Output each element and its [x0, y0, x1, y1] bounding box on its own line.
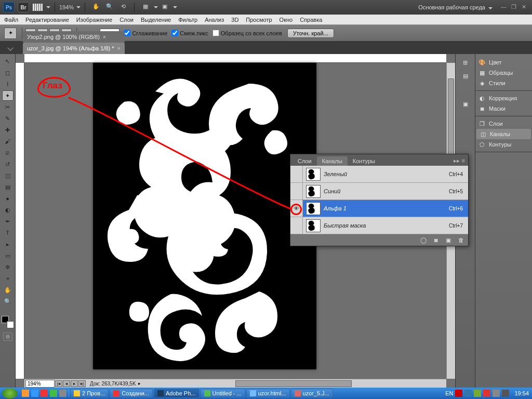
channel-row[interactable]: ЗеленыйCtrl+4: [290, 166, 468, 183]
rotate-icon[interactable]: ⟲: [119, 3, 127, 11]
eyedropper-tool[interactable]: ✎: [2, 113, 14, 124]
document-tab[interactable]: Узор2.png @ 100% (RGB/8)×: [23, 31, 125, 43]
tray-icon[interactable]: [455, 390, 462, 397]
taskbar-item[interactable]: Adobe Ph...: [154, 389, 200, 398]
new-channel-icon[interactable]: ▣: [444, 236, 453, 244]
menu-analysis[interactable]: Анализ: [205, 17, 224, 23]
quick-mask-toggle[interactable]: [3, 332, 12, 341]
channel-row[interactable]: Альфа 1Ctrl+6: [290, 200, 468, 217]
menu-edit[interactable]: Редактирование: [25, 17, 69, 23]
hand-tool[interactable]: ✋: [2, 285, 14, 295]
close-button[interactable]: ✕: [522, 4, 529, 11]
load-selection-icon[interactable]: ◯: [419, 236, 428, 244]
lasso-tool[interactable]: ⌇: [2, 79, 14, 89]
gradient-tool[interactable]: ▤: [2, 182, 14, 192]
zoom-icon[interactable]: 🔍: [105, 3, 114, 11]
taskbar-item[interactable]: Создани...: [110, 389, 153, 398]
menu-filter[interactable]: Фильтр: [178, 17, 197, 23]
taskbar-item[interactable]: uzor_5.J...: [291, 389, 333, 398]
panel-tab-paths[interactable]: Контуры: [348, 156, 380, 166]
zoom-tool[interactable]: 🔍: [2, 296, 14, 307]
contiguous-checkbox[interactable]: [171, 30, 178, 36]
ql-icon[interactable]: [50, 390, 57, 397]
healing-tool[interactable]: ✚: [2, 125, 14, 135]
all-layers-checkbox[interactable]: [212, 30, 219, 36]
horizontal-scrollbar[interactable]: [148, 380, 439, 387]
visibility-toggle[interactable]: [290, 217, 303, 234]
ps-logo[interactable]: Ps: [3, 2, 15, 12]
document-canvas[interactable]: [93, 63, 316, 369]
nav-prev-icon[interactable]: ◂: [63, 380, 70, 387]
visibility-toggle[interactable]: [290, 166, 303, 182]
channel-row[interactable]: Быстрая маскаCtrl+7: [290, 217, 468, 234]
taskbar-item[interactable]: 2 Пров...: [70, 389, 109, 398]
minimize-button[interactable]: —: [501, 4, 508, 11]
delete-channel-icon[interactable]: 🗑: [457, 236, 465, 244]
tray-icon[interactable]: [483, 390, 490, 397]
tray-volume-icon[interactable]: [493, 390, 500, 397]
stamp-tool[interactable]: ⎚: [2, 148, 14, 158]
workspace-switcher[interactable]: Основная рабочая среда: [418, 4, 498, 10]
panel-styles[interactable]: ◈Стили: [475, 78, 532, 88]
screens-icon[interactable]: ▣: [161, 3, 169, 11]
channel-row[interactable]: СинийCtrl+5: [290, 183, 468, 200]
film-icon[interactable]: [32, 4, 43, 11]
ql-icon[interactable]: [22, 390, 29, 397]
panel-masks[interactable]: ◙Маски: [475, 103, 532, 114]
3d-tool[interactable]: ✲: [2, 262, 14, 272]
current-tool-icon[interactable]: ✦: [4, 28, 17, 39]
tabbar-menu-icon[interactable]: [0, 42, 21, 54]
tray-icon[interactable]: [464, 390, 472, 397]
panel-menu-icon[interactable]: ≡: [462, 157, 465, 164]
refine-edge-button[interactable]: Уточн. край...: [287, 29, 334, 38]
type-tool[interactable]: T: [2, 228, 14, 238]
ql-icon[interactable]: [41, 390, 48, 397]
ql-icon[interactable]: [31, 390, 38, 397]
arrange-icon[interactable]: ▦: [141, 3, 150, 11]
menu-window[interactable]: Окно: [280, 17, 293, 23]
zoom-input[interactable]: 194%: [25, 380, 55, 388]
dodge-tool[interactable]: ◐: [2, 205, 14, 215]
taskbar-item[interactable]: uzor.html...: [246, 389, 290, 398]
tray-network-icon[interactable]: [502, 390, 509, 397]
panel-adjustments[interactable]: ◐Коррекция: [475, 93, 532, 103]
menu-image[interactable]: Изображение: [76, 17, 112, 23]
panel-layers[interactable]: ❐Слои: [475, 118, 532, 129]
crop-tool[interactable]: ✂: [2, 102, 14, 112]
history-brush-tool[interactable]: ↺: [2, 159, 14, 169]
panel-tab-layers[interactable]: Слои: [292, 156, 317, 166]
info-icon[interactable]: ▣: [460, 99, 471, 109]
bridge-logo[interactable]: Br: [18, 2, 29, 12]
nav-next-icon[interactable]: ▸|: [78, 380, 86, 387]
panel-paths[interactable]: ⬠Контуры: [475, 139, 532, 150]
horizontal-ruler[interactable]: [24, 54, 446, 63]
hand-icon[interactable]: ✋: [92, 3, 100, 11]
close-icon[interactable]: ×: [117, 45, 121, 51]
save-selection-icon[interactable]: ◙: [432, 236, 440, 244]
panel-collapse-icon[interactable]: ▸▸: [454, 157, 460, 164]
zoom-display[interactable]: 194%: [59, 4, 74, 10]
vertical-ruler[interactable]: [16, 63, 24, 379]
document-tab[interactable]: uzor_3.jpg @ 194% (Альфа 1/8) *×: [23, 43, 125, 54]
taskbar-item[interactable]: Untitled - ...: [201, 389, 245, 398]
marquee-tool[interactable]: ◻: [2, 68, 14, 78]
visibility-toggle[interactable]: [290, 200, 303, 217]
menu-view[interactable]: Просмотр: [246, 17, 272, 23]
brush-tool[interactable]: 🖌: [2, 136, 14, 147]
path-select-tool[interactable]: ▸: [2, 239, 14, 249]
histogram-icon[interactable]: ▤: [460, 71, 471, 81]
visibility-toggle[interactable]: [290, 183, 303, 200]
nav-first-icon[interactable]: |◂: [55, 380, 62, 387]
panel-color[interactable]: 🎨Цвет: [475, 57, 532, 68]
clock[interactable]: 19:54: [514, 390, 529, 396]
shape-tool[interactable]: ▭: [2, 250, 14, 261]
channels-panel[interactable]: Слои Каналы Контуры ▸▸≡ ЗеленыйCtrl+4Син…: [290, 154, 469, 246]
menu-3d[interactable]: 3D: [231, 17, 238, 23]
color-swatches[interactable]: [2, 316, 14, 328]
menu-file[interactable]: Файл: [4, 17, 18, 23]
start-button[interactable]: [2, 388, 18, 398]
menu-help[interactable]: Справка: [300, 17, 322, 23]
eraser-tool[interactable]: ◫: [2, 170, 14, 181]
move-tool[interactable]: ↖: [2, 56, 14, 66]
lang-indicator[interactable]: EN: [445, 390, 453, 396]
